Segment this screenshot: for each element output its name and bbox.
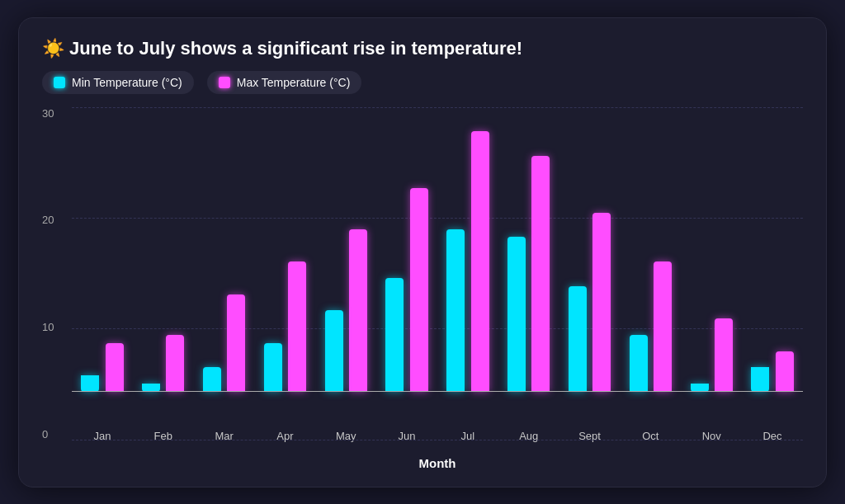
month-group <box>498 107 559 425</box>
month-group <box>133 107 194 425</box>
month-label: Sept <box>559 430 621 442</box>
month-label: Apr <box>254 430 315 442</box>
bar-min-pos <box>203 367 221 392</box>
y-axis-label: 10 <box>42 321 65 333</box>
month-label: Jan <box>72 430 133 442</box>
baseline <box>72 391 803 392</box>
month-group <box>376 107 437 425</box>
month-group <box>315 107 376 425</box>
legend-dot-min <box>54 77 65 88</box>
bar-min-pos <box>630 335 648 392</box>
month-group <box>559 107 621 425</box>
bar-max <box>106 343 124 392</box>
month-group <box>620 107 681 425</box>
bar-min-pos <box>385 278 404 392</box>
bar-max <box>349 229 367 392</box>
x-axis-title: Month <box>72 456 803 470</box>
month-label: May <box>315 430 376 442</box>
y-axis-label: 20 <box>42 214 65 226</box>
chart-area: 0102030 JanFebMarAprMayJunJulAugSeptOctN… <box>42 107 803 470</box>
chart-card: ☀️ June to July shows a significant rise… <box>18 17 827 488</box>
month-label: Mar <box>194 430 255 442</box>
y-axis-label: 0 <box>42 428 65 440</box>
month-label: Jun <box>376 430 437 442</box>
month-group <box>681 107 742 425</box>
legend-max: Max Temperature (°C) <box>207 71 362 94</box>
x-axis: JanFebMarAprMayJunJulAugSeptOctNovDec <box>72 425 803 455</box>
bar-max <box>715 318 733 392</box>
month-label: Feb <box>133 430 194 442</box>
month-label: Dec <box>742 430 803 442</box>
month-label: Aug <box>498 430 559 442</box>
bar-min-pos <box>569 286 587 392</box>
legend-min: Min Temperature (°C) <box>42 71 194 94</box>
bar-max <box>227 294 245 392</box>
bar-min-neg <box>81 375 99 392</box>
month-group <box>437 107 498 425</box>
bar-min-pos <box>264 343 282 392</box>
bars-container <box>72 107 803 425</box>
bar-max <box>471 131 489 392</box>
month-label: Oct <box>620 430 681 442</box>
bar-max <box>654 261 672 392</box>
bar-min-pos <box>507 237 526 392</box>
bar-min-pos <box>446 229 465 392</box>
month-group <box>194 107 255 425</box>
bar-max <box>776 351 794 392</box>
bar-max <box>288 261 306 392</box>
bar-max <box>531 156 550 392</box>
month-group <box>254 107 315 425</box>
month-group <box>72 107 133 425</box>
bar-min-pos <box>325 310 343 392</box>
legend-dot-max <box>219 77 230 88</box>
bar-max <box>166 335 184 392</box>
bar-max <box>592 213 611 392</box>
chart-inner: JanFebMarAprMayJunJulAugSeptOctNovDec Mo… <box>72 107 803 470</box>
month-label: Jul <box>437 430 498 442</box>
legend: Min Temperature (°C) Max Temperature (°C… <box>42 71 803 94</box>
bar-min-neg <box>751 367 769 392</box>
chart-title: ☀️ June to July shows a significant rise… <box>42 38 803 59</box>
y-axis-label: 30 <box>42 107 65 120</box>
legend-min-label: Min Temperature (°C) <box>72 76 182 89</box>
bar-max <box>410 188 428 392</box>
month-label: Nov <box>681 430 742 442</box>
y-axis: 0102030 <box>42 107 72 470</box>
legend-max-label: Max Temperature (°C) <box>237 76 351 89</box>
month-group <box>742 107 803 425</box>
